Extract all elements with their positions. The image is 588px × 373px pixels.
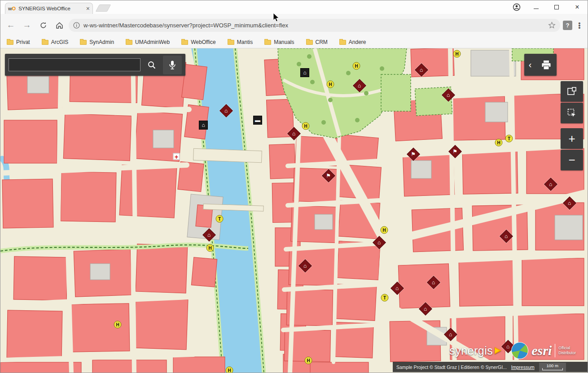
- esri-globe-icon: [511, 342, 528, 359]
- url-bar[interactable]: w-ws-wintner/Mastercodebase/synserver?pr…: [69, 19, 560, 32]
- extension-help-icon[interactable]: ?: [563, 21, 572, 30]
- bookmark-synadmin[interactable]: SynAdmin: [80, 39, 114, 45]
- info-icon: [73, 22, 80, 29]
- minimize-button[interactable]: [526, 0, 546, 14]
- bookmark-weboffice[interactable]: WebOffice: [181, 39, 216, 45]
- microphone-icon: [168, 60, 177, 70]
- poi-museum-marker[interactable]: ⌂: [298, 259, 312, 273]
- transit-stop-h[interactable]: H: [302, 122, 310, 130]
- folder-icon: [264, 40, 271, 45]
- poi-museum-marker[interactable]: ⌂: [219, 104, 233, 117]
- browser-tab[interactable]: wO SYNERGIS WebOffice ×: [5, 3, 93, 14]
- poi-museum-marker[interactable]: ⌂: [500, 230, 513, 243]
- poi-hotel-square[interactable]: ▬: [253, 116, 262, 125]
- zoom-in-button[interactable]: +: [561, 128, 583, 149]
- map-canvas[interactable]: ⌂⌂⌂⌂⌂⚑⚑⚑⌂⌂⌂⌂⌂⌂⌂⌂⌂⌂⌂HHHHHHHHHHTTT⌂▬⌂+ ‹: [0, 48, 588, 373]
- search-input[interactable]: [9, 58, 140, 71]
- zoom-controls: + −: [561, 128, 583, 170]
- bookmark-crm[interactable]: CRM: [306, 39, 328, 45]
- transit-stop-t[interactable]: T: [381, 294, 389, 302]
- transit-stop-h[interactable]: H: [226, 367, 233, 373]
- weboffice-favicon: wO: [8, 6, 16, 11]
- transit-stop-h[interactable]: H: [206, 244, 214, 252]
- poi-museum-marker[interactable]: ⌂: [427, 276, 440, 289]
- map-tool-column: [561, 81, 583, 123]
- attribution-text: Sample Project © Stadt Graz | Editieren …: [396, 364, 507, 370]
- poi-museum-marker[interactable]: ⌂: [391, 282, 404, 295]
- panel-collapse-button[interactable]: ‹: [524, 54, 536, 76]
- overview-map-icon: [567, 87, 577, 96]
- printer-icon: [541, 60, 552, 70]
- poi-museum-marker[interactable]: ⌂: [202, 228, 216, 242]
- bookmark-umadminweb[interactable]: UMAdminWeb: [126, 39, 170, 45]
- poi-museum-marker[interactable]: ⌂: [415, 63, 428, 77]
- poi-museum-marker[interactable]: ⌂: [442, 88, 455, 102]
- folder-icon: [339, 40, 346, 45]
- poi-museum-square[interactable]: ⌂: [199, 121, 208, 130]
- forward-button[interactable]: →: [20, 18, 34, 32]
- bookmark-arcgis[interactable]: ArcGIS: [42, 39, 69, 45]
- synergis-logo: synergis: [449, 344, 501, 357]
- transit-stop-h[interactable]: H: [495, 139, 503, 147]
- back-button[interactable]: ←: [4, 18, 18, 32]
- poi-museum-marker[interactable]: ⌂: [563, 196, 576, 210]
- scale-bar: 100 m: [539, 363, 566, 372]
- print-button[interactable]: [536, 54, 557, 76]
- poi-museum-square[interactable]: ⌂: [300, 68, 309, 77]
- transit-stop-h[interactable]: H: [305, 357, 312, 364]
- search-panel: [5, 54, 185, 76]
- transit-stop-h[interactable]: H: [381, 226, 388, 234]
- folder-icon: [42, 40, 48, 45]
- close-button[interactable]: ×: [567, 0, 588, 14]
- folder-icon: [306, 40, 313, 45]
- poi-museum-marker[interactable]: ⌂: [544, 178, 557, 191]
- impressum-link[interactable]: Impressum: [511, 364, 535, 370]
- browser-window: wO SYNERGIS WebOffice × × ← → w-ws-wintn…: [0, 0, 588, 373]
- new-tab-button[interactable]: [96, 4, 111, 12]
- poi-marker-layer: ⌂⌂⌂⌂⌂⚑⚑⚑⌂⌂⌂⌂⌂⌂⌂⌂⌂⌂⌂HHHHHHHHHHTTT⌂▬⌂+: [0, 48, 588, 373]
- tab-close-icon[interactable]: ×: [86, 5, 90, 12]
- folder-icon: [80, 40, 87, 45]
- bookmarks-bar: PrivatArcGISSynAdminUMAdminWebWebOfficeM…: [0, 36, 588, 48]
- map-status-bar: Sample Project © Stadt Graz | Editieren …: [393, 362, 588, 372]
- transit-stop-h[interactable]: H: [114, 321, 122, 329]
- bookmark-manuals[interactable]: Manuals: [264, 39, 294, 45]
- transit-stop-h[interactable]: H: [327, 81, 334, 88]
- maximize-button[interactable]: [546, 0, 567, 14]
- select-features-button[interactable]: [561, 103, 583, 123]
- poi-pharmacy-cross[interactable]: +: [173, 153, 180, 160]
- transit-stop-h[interactable]: H: [353, 62, 360, 70]
- logo-area: synergis esri OfficialDistributor: [449, 342, 576, 359]
- folder-icon: [228, 40, 234, 45]
- bookmark-star-icon[interactable]: [548, 22, 556, 29]
- bookmark-mantis[interactable]: Mantis: [228, 39, 253, 45]
- transit-stop-t[interactable]: T: [216, 215, 224, 223]
- search-icon: [147, 61, 156, 69]
- poi-museum-marker[interactable]: ⌂: [287, 127, 301, 140]
- poi-flag-marker[interactable]: ⚑: [448, 145, 462, 158]
- search-button[interactable]: [144, 57, 159, 73]
- poi-museum-marker[interactable]: ⌂: [419, 302, 432, 316]
- poi-museum-marker[interactable]: ⌂: [353, 79, 366, 92]
- poi-museum-marker[interactable]: ⌂: [373, 236, 386, 249]
- titlebar: wO SYNERGIS WebOffice × ×: [0, 0, 588, 14]
- voice-search-button[interactable]: [163, 56, 182, 74]
- poi-flag-marker[interactable]: ⚑: [322, 169, 335, 182]
- poi-flag-marker[interactable]: ⚑: [407, 147, 420, 161]
- profile-icon[interactable]: [508, 0, 526, 14]
- overview-map-button[interactable]: [561, 81, 583, 102]
- poi-museum-marker[interactable]: ⌂: [444, 328, 457, 341]
- esri-logo: esri OfficialDistributor: [511, 342, 576, 359]
- home-button[interactable]: [53, 18, 66, 32]
- transit-stop-h[interactable]: H: [453, 50, 461, 58]
- url-text: w-ws-wintner/Mastercodebase/synserver?pr…: [83, 22, 544, 29]
- browser-menu-icon[interactable]: •••: [575, 22, 584, 29]
- bookmark-privat[interactable]: Privat: [7, 39, 30, 45]
- folder-icon: [126, 40, 132, 45]
- transit-stop-t[interactable]: T: [505, 135, 513, 143]
- bookmark-andere[interactable]: Andere: [339, 39, 366, 45]
- navigation-bar: ← → w-ws-wintner/Mastercodebase/synserve…: [0, 14, 588, 36]
- print-panel: ‹: [524, 54, 557, 76]
- reload-button[interactable]: [36, 18, 50, 32]
- zoom-out-button[interactable]: −: [561, 150, 583, 170]
